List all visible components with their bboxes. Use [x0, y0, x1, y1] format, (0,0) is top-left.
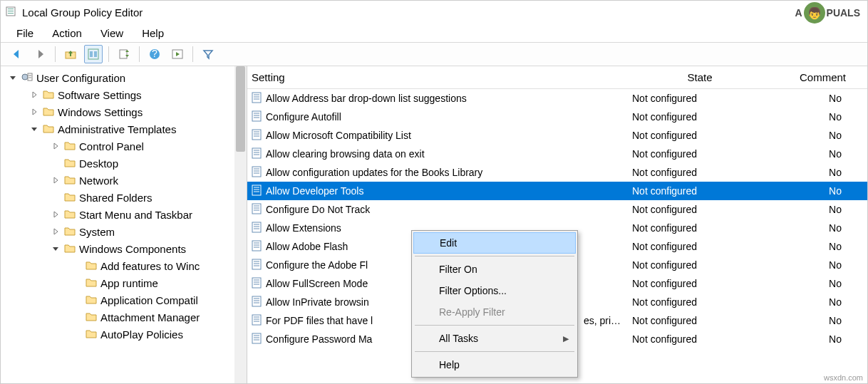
filter-button[interactable] — [199, 45, 217, 63]
policy-row[interactable]: Configure AutofillNot configuredNo — [247, 108, 867, 126]
source-mark: wsxdn.com — [824, 373, 863, 382]
tree-scrollbar[interactable]: ▴ — [234, 66, 247, 383]
policy-state: Not configured — [625, 222, 775, 234]
context-menu-item[interactable]: Filter Options... — [413, 280, 576, 301]
policy-name: Allow Adobe Flash — [266, 241, 348, 252]
context-menu-item[interactable]: Edit — [413, 232, 576, 254]
context-menu-item[interactable]: Help — [413, 354, 576, 375]
help-button[interactable]: ? — [145, 45, 164, 63]
tree-item[interactable]: Desktop — [1, 155, 247, 172]
policy-name: Allow configuration updates for the Book… — [266, 167, 482, 178]
toolbar-separator — [55, 46, 56, 62]
context-menu-item[interactable]: All Tasks▶ — [413, 328, 576, 349]
policy-state: Not configured — [625, 130, 775, 141]
menu-view[interactable]: View — [100, 27, 123, 39]
tree-item[interactable]: App runtime — [1, 274, 247, 291]
chevron-down-icon[interactable] — [51, 245, 61, 252]
policy-icon — [250, 276, 263, 291]
policy-state: Not configured — [625, 185, 775, 197]
policy-comment: No — [775, 93, 867, 104]
folder-icon — [63, 156, 76, 171]
app-icon — [5, 5, 18, 20]
tree-item[interactable]: Add features to Winc — [1, 257, 247, 274]
tree-item[interactable]: Application Compatil — [1, 291, 247, 308]
policy-icon — [250, 221, 263, 236]
chevron-right-icon[interactable] — [29, 91, 39, 98]
context-menu-label: Filter On — [439, 264, 477, 275]
watermark-pre: A — [795, 7, 802, 19]
tree-item[interactable]: Software Settings — [1, 86, 247, 103]
tree-item-label: Application Compatil — [100, 294, 198, 306]
policy-comment: No — [775, 204, 867, 215]
column-header-comment[interactable]: Comment — [775, 71, 867, 83]
policy-comment: No — [775, 185, 867, 197]
tree-item-label: Desktop — [79, 157, 118, 170]
policy-comment: No — [775, 241, 867, 252]
folder-icon — [85, 310, 98, 325]
tree-item[interactable]: Administrative Templates — [1, 120, 247, 137]
toolbar: ? — [1, 42, 867, 66]
policy-icon — [250, 91, 263, 106]
run-button[interactable] — [168, 45, 187, 63]
up-folder-button[interactable] — [61, 45, 80, 63]
tree-item-label: User Configuration — [36, 72, 125, 84]
tree-item[interactable]: Start Menu and Taskbar — [1, 206, 247, 223]
chevron-right-icon[interactable] — [29, 108, 39, 115]
folder-icon — [63, 224, 76, 239]
column-header-setting[interactable]: Setting — [247, 71, 625, 83]
tree-item[interactable]: AutoPlay Policies — [1, 326, 247, 343]
tree-pane: User ConfigurationSoftware SettingsWindo… — [1, 66, 247, 383]
policy-name: Allow FullScreen Mode — [266, 278, 368, 289]
tree-item[interactable]: Windows Settings — [1, 103, 247, 120]
export-button[interactable] — [115, 45, 133, 63]
context-menu-separator — [415, 351, 574, 352]
forward-button[interactable] — [31, 45, 49, 63]
toolbar-separator — [108, 46, 109, 62]
policy-comment: No — [775, 296, 867, 308]
tree-item-label: Network — [79, 175, 118, 187]
tree-item[interactable]: Control Panel — [1, 137, 247, 155]
tree-item-label: AutoPlay Policies — [100, 328, 183, 341]
policy-row[interactable]: Allow clearing browsing data on exitNot … — [247, 145, 867, 163]
folder-icon — [42, 105, 55, 120]
policy-row[interactable]: Allow configuration updates for the Book… — [247, 163, 867, 182]
chevron-down-icon[interactable] — [29, 125, 39, 133]
chevron-down-icon[interactable] — [8, 74, 18, 81]
chevron-right-icon[interactable] — [51, 228, 61, 235]
policy-name-tail: es, pri… — [584, 315, 625, 326]
policy-state: Not configured — [625, 148, 775, 160]
svg-rect-7 — [94, 51, 97, 57]
menu-help[interactable]: Help — [142, 27, 164, 39]
context-menu-label: Edit — [440, 237, 457, 249]
policy-row[interactable]: Allow Microsoft Compatibility ListNot co… — [247, 126, 867, 145]
back-button[interactable] — [8, 45, 26, 63]
properties-button[interactable] — [84, 45, 103, 63]
policy-row[interactable]: Configure Do Not TrackNot configuredNo — [247, 200, 867, 219]
chevron-right-icon[interactable] — [51, 211, 61, 218]
svg-rect-16 — [252, 93, 261, 103]
policy-state: Not configured — [625, 333, 775, 345]
policy-row[interactable]: Allow Developer ToolsNot configuredNo — [247, 182, 867, 200]
menu-file[interactable]: File — [16, 27, 33, 39]
folder-icon — [42, 88, 55, 103]
context-menu-item[interactable]: Filter On — [413, 259, 576, 280]
policy-icon — [250, 128, 263, 143]
policy-row[interactable]: Allow Address bar drop-down list suggest… — [247, 89, 867, 108]
folder-icon — [85, 293, 98, 308]
tree-item[interactable]: Shared Folders — [1, 189, 247, 206]
column-header-state[interactable]: State — [625, 71, 775, 83]
chevron-right-icon[interactable] — [51, 177, 61, 184]
scroll-thumb[interactable] — [236, 66, 245, 152]
svg-rect-56 — [252, 278, 261, 288]
policy-comment: No — [775, 278, 867, 289]
chevron-right-icon[interactable] — [51, 142, 61, 150]
policy-comment: No — [775, 315, 867, 326]
policy-icon — [250, 295, 263, 310]
tree-item[interactable]: Attachment Manager — [1, 308, 247, 326]
tree-item[interactable]: User Configuration — [1, 69, 247, 86]
tree-item[interactable]: Windows Components — [1, 240, 247, 257]
watermark-icon: 👦 — [804, 2, 825, 24]
tree-item[interactable]: Network — [1, 172, 247, 189]
tree-item[interactable]: System — [1, 223, 247, 240]
menu-action[interactable]: Action — [52, 27, 82, 39]
